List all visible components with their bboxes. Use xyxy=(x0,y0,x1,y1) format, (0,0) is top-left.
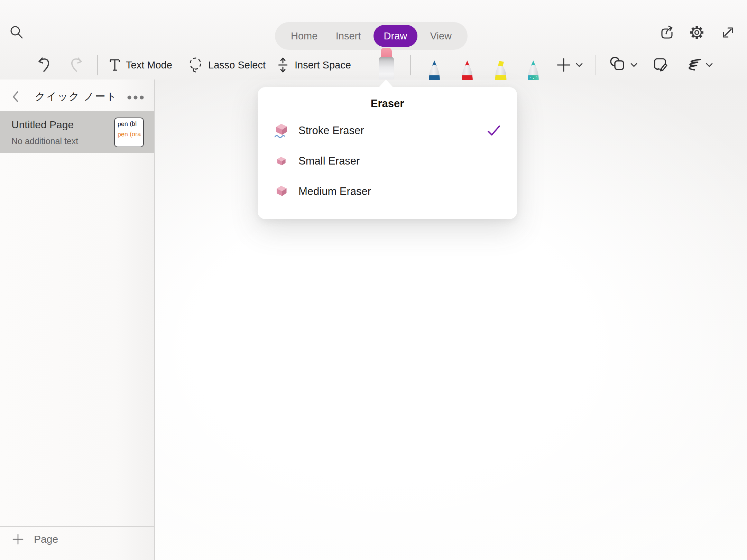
tab-view[interactable]: View xyxy=(425,25,457,47)
gear-icon xyxy=(689,25,705,40)
lasso-select-button[interactable]: Lasso Select xyxy=(187,55,266,75)
thumbnail-line: pen (ora xyxy=(118,130,143,138)
share-button[interactable] xyxy=(658,24,675,41)
insert-space-button[interactable]: Insert Space xyxy=(275,55,351,75)
menu-item-small-eraser[interactable]: Small Eraser xyxy=(258,146,517,176)
eraser-tool[interactable] xyxy=(376,48,396,80)
expand-icon xyxy=(720,25,736,40)
ink-strokes-chevron[interactable] xyxy=(705,62,714,68)
chevron-down-icon xyxy=(575,63,583,67)
insert-space-label: Insert Space xyxy=(295,59,351,71)
notebook-title: クイック ノート xyxy=(24,90,128,104)
chevron-down-icon xyxy=(706,63,713,67)
shapes-icon xyxy=(609,56,627,73)
shapes-chevron[interactable] xyxy=(629,62,638,68)
ellipsis-icon xyxy=(127,95,144,100)
checkmark-icon xyxy=(487,125,501,137)
add-page-button[interactable]: Page xyxy=(12,533,58,545)
blue-pen[interactable] xyxy=(426,59,443,80)
ribbon-tabs: Home Insert Draw View xyxy=(275,22,468,50)
scribble-icon xyxy=(682,57,702,73)
sidebar-footer: Page xyxy=(0,526,154,560)
ink-strokes-button[interactable] xyxy=(682,57,703,73)
yellow-highlighter[interactable] xyxy=(492,59,509,80)
ink-note-button[interactable] xyxy=(652,55,670,73)
share-icon xyxy=(658,25,674,40)
menu-item-label: Medium Eraser xyxy=(298,185,487,198)
insert-space-icon xyxy=(275,56,290,74)
text-mode-icon xyxy=(108,57,122,73)
text-mode-label: Text Mode xyxy=(126,59,172,71)
page-item-subtitle: No additional text xyxy=(11,136,78,146)
search-button[interactable] xyxy=(8,24,25,41)
onenote-app: Home Insert Draw View xyxy=(0,0,747,560)
menu-item-stroke-eraser[interactable]: Stroke Eraser xyxy=(258,115,517,146)
stroke-eraser-icon xyxy=(271,122,289,139)
popup-caret xyxy=(378,80,394,88)
tab-home[interactable]: Home xyxy=(285,25,323,47)
redo-button[interactable] xyxy=(68,56,84,74)
toolbar-divider xyxy=(410,55,411,75)
eraser-popup-title: Eraser xyxy=(258,97,517,110)
page-thumbnail: pen (bl pen (ora xyxy=(114,118,144,147)
undo-icon xyxy=(36,56,52,74)
top-chrome: Home Insert Draw View xyxy=(0,0,747,80)
chevron-left-icon xyxy=(12,90,20,103)
lasso-select-label: Lasso Select xyxy=(208,59,266,71)
page-sidebar: クイック ノート Untitled Page No additional tex… xyxy=(0,80,155,560)
add-pen-chevron[interactable] xyxy=(575,62,584,68)
menu-item-label: Stroke Eraser xyxy=(298,124,487,137)
undo-button[interactable] xyxy=(36,56,53,74)
plus-icon xyxy=(12,533,24,545)
tab-draw[interactable]: Draw xyxy=(374,25,418,47)
page-list-item-selected[interactable]: Untitled Page No additional text pen (bl… xyxy=(0,111,154,153)
fullscreen-button[interactable] xyxy=(720,24,736,41)
more-options-button[interactable] xyxy=(127,91,145,104)
medium-eraser-icon xyxy=(272,184,289,199)
search-icon xyxy=(9,25,24,40)
menu-item-medium-eraser[interactable]: Medium Eraser xyxy=(258,176,517,207)
chevron-down-icon xyxy=(630,63,638,67)
lasso-select-icon xyxy=(187,56,204,74)
back-button[interactable] xyxy=(9,89,23,104)
page-item-title: Untitled Page xyxy=(11,119,74,131)
menu-item-label: Small Eraser xyxy=(298,155,487,167)
thumbnail-line: pen (bl xyxy=(118,120,143,128)
shapes-button[interactable] xyxy=(609,55,627,73)
text-mode-button[interactable]: Text Mode xyxy=(108,55,172,75)
add-pen-button[interactable] xyxy=(555,57,572,73)
small-eraser-icon xyxy=(274,154,287,168)
add-page-label: Page xyxy=(34,533,58,545)
plus-icon xyxy=(556,57,572,73)
eraser-menu: Stroke Eraser Small Eraser xyxy=(258,115,517,207)
toolbar-divider xyxy=(596,55,596,75)
eraser-tool-body xyxy=(379,57,394,80)
ink-note-icon xyxy=(652,56,669,73)
tab-insert[interactable]: Insert xyxy=(330,25,367,47)
redo-icon xyxy=(68,56,84,74)
red-pen[interactable] xyxy=(459,59,476,80)
galaxy-pen[interactable] xyxy=(525,59,542,80)
toolbar-divider xyxy=(97,55,98,75)
eraser-popup: Eraser Stroke Eraser xyxy=(258,87,517,219)
settings-button[interactable] xyxy=(689,24,705,41)
